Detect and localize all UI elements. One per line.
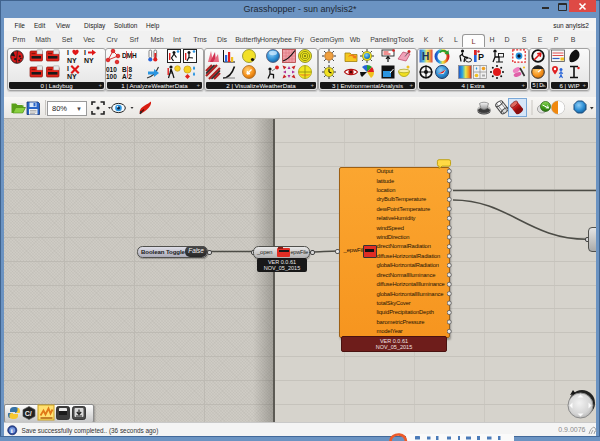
svg-text:I: I xyxy=(84,49,86,56)
svg-text:100: 100 xyxy=(106,73,117,80)
svg-text:NY: NY xyxy=(67,57,77,64)
svg-text:010: 010 xyxy=(106,66,117,73)
svg-text:NY: NY xyxy=(84,57,94,64)
svg-text:I: I xyxy=(67,49,69,56)
svg-text:P: P xyxy=(478,52,484,62)
svg-text:DMH: DMH xyxy=(122,52,137,59)
svg-text:C/: C/ xyxy=(25,409,32,416)
svg-text:H: H xyxy=(422,51,429,62)
svg-text:NY: NY xyxy=(67,73,77,80)
svg-text:A 2: A 2 xyxy=(122,73,132,80)
svg-text:I: I xyxy=(67,65,69,72)
